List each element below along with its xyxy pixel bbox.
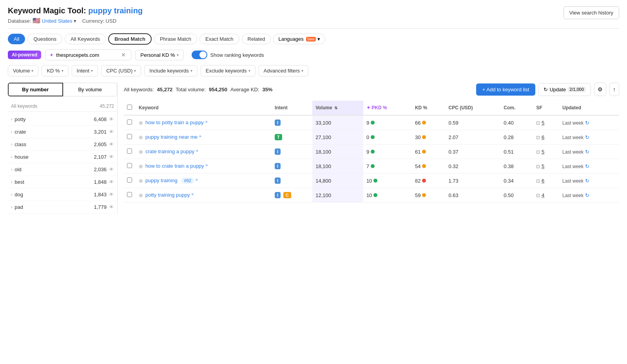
keyword-link[interactable]: ⊕ puppy training #92 » [139,177,268,184]
chevron-right-icon: » [191,192,194,196]
sidebar-tab-by-number[interactable]: By number [8,83,63,96]
sort-icon[interactable]: ⇅ [334,106,337,110]
page-icon[interactable]: ⊡ [536,135,540,140]
refresh-icon[interactable]: ↻ [585,120,589,126]
dot-icon [422,164,426,168]
sidebar-tab-by-volume[interactable]: By volume [63,83,118,96]
sidebar-item[interactable]: › old 2,036 👁 [8,163,117,176]
exclude-filter[interactable]: Exclude keywords ▾ [201,65,256,76]
refresh-icon[interactable]: ↻ [585,163,589,169]
tab-questions[interactable]: Questions [27,34,62,44]
sf-value: 6 [542,134,544,140]
intent-filter[interactable]: Intent ▾ [72,65,98,76]
sidebar-item[interactable]: › crate 3,201 👁 [8,126,117,138]
eye-icon[interactable]: 👁 [109,116,114,122]
eye-icon[interactable]: 👁 [109,129,114,135]
refresh-icon[interactable]: ↻ [585,149,589,155]
view-history-button[interactable]: View search history [564,6,619,19]
page-icon[interactable]: ⊡ [536,120,540,126]
intent-badge: I [275,148,281,155]
beta-badge: beta [306,37,316,42]
sidebar-item[interactable]: › best 1,848 👁 [8,176,117,188]
page-icon[interactable]: ⊡ [536,178,540,184]
volume-filter[interactable]: Volume ▾ [8,65,38,76]
keyword-link[interactable]: ⊕ how to potty train a puppy » [139,120,268,126]
keyword-link[interactable]: ⊕ potty training puppy » [139,192,268,198]
updated-cell: Last week ↻ [559,115,619,130]
chevron-down-icon: ▾ [177,53,179,57]
tab-languages[interactable]: Languages beta ▾ [273,34,325,44]
eye-icon[interactable]: 👁 [109,167,114,172]
page-icon[interactable]: ⊡ [536,149,540,155]
keyword-link[interactable]: ⊕ how to crate train a puppy » [139,163,268,169]
tab-related[interactable]: Related [242,34,271,44]
kd-dropdown[interactable]: Personal KD % ▾ [135,50,183,60]
col-com: Com. [500,101,533,115]
settings-button[interactable]: ⚙ [594,83,606,96]
eye-icon[interactable]: 👁 [109,192,114,197]
kd-cell: 61 [412,145,446,159]
intent-c-badge: C [283,192,291,198]
col-sf: SF [533,101,559,115]
row-checkbox[interactable] [127,134,132,139]
select-all-checkbox[interactable] [127,105,132,110]
page-icon[interactable]: ⊡ [536,164,540,169]
dropdown-icon[interactable]: ▾ [74,18,76,24]
eye-icon[interactable]: 👁 [109,154,114,160]
cpc-cell: 0.63 [445,188,500,203]
add-to-keyword-list-button[interactable]: + Add to keyword list [476,83,536,96]
keyword-link[interactable]: ⊕ puppy training near me » [139,134,268,140]
refresh-icon[interactable]: ↻ [585,192,589,198]
sparkle-icon: ✦ [49,52,54,58]
sidebar-item[interactable]: › class 2,605 👁 [8,138,117,151]
refresh-icon[interactable]: ↻ [585,134,589,140]
sf-cell: ⊡ 5 [533,145,559,159]
page-icon[interactable]: ⊡ [536,193,540,198]
row-checkbox[interactable] [127,192,132,197]
pkd-cell: 9 [363,115,412,130]
cpc-filter[interactable]: CPC (USD) ▾ [101,65,141,76]
intent-cell: I C [272,188,312,203]
sidebar-item[interactable]: › pad 1,779 👁 [8,201,117,214]
export-button[interactable]: ↑ [609,83,619,96]
domain-input[interactable] [56,52,119,58]
col-intent: Intent [272,101,312,115]
update-button[interactable]: ↻ Update 2/1,000 [538,83,591,96]
tab-phrase-match[interactable]: Phrase Match [154,34,197,44]
advanced-filter[interactable]: Advanced filters ▾ [259,65,309,76]
keyword-link[interactable]: ⊕ crate training a puppy » [139,148,268,155]
row-checkbox[interactable] [127,177,132,183]
sidebar-item[interactable]: › house 2,107 👁 [8,151,117,163]
table-row: ⊕ potty training puppy » I C 12,100 10 5… [124,188,619,203]
updated-cell: Last week ↻ [559,174,619,188]
include-filter[interactable]: Include keywords ▾ [144,65,197,76]
pkd-cell: 7 [363,159,412,174]
col-keyword: Keyword [136,101,272,115]
sidebar-item[interactable]: › dog 1,843 👁 [8,188,117,201]
row-checkbox[interactable] [127,120,132,125]
eye-icon[interactable]: 👁 [109,179,114,185]
dot-icon [422,193,426,197]
volume-cell: 33,100 [312,115,363,130]
tab-exact-match[interactable]: Exact Match [199,34,239,44]
com-cell: 0.38 [500,159,533,174]
tab-broad-match[interactable]: Broad Match [108,33,152,45]
languages-label: Languages [278,36,303,42]
row-checkbox[interactable] [127,148,132,154]
kd-cell: 30 [412,130,446,145]
sidebar-item[interactable]: › potty 6,408 👁 [8,113,117,126]
eye-icon[interactable]: 👁 [109,141,114,147]
row-checkbox[interactable] [127,163,132,168]
refresh-icon[interactable]: ↻ [585,178,589,184]
kd-filter[interactable]: KD % ▾ [42,65,68,76]
tab-all[interactable]: All [8,34,25,44]
intent-cell: I [272,145,312,159]
tab-all-keywords[interactable]: All Keywords [65,34,106,44]
database-link[interactable]: United States [42,18,72,24]
show-ranking-toggle[interactable] [192,51,207,59]
sf-cell: ⊡ 6 [533,174,559,188]
clear-icon[interactable]: ✕ [121,52,126,58]
sidebar-item-label: crate [14,129,94,135]
chevron-right-icon: › [11,117,12,121]
eye-icon[interactable]: 👁 [109,204,114,210]
